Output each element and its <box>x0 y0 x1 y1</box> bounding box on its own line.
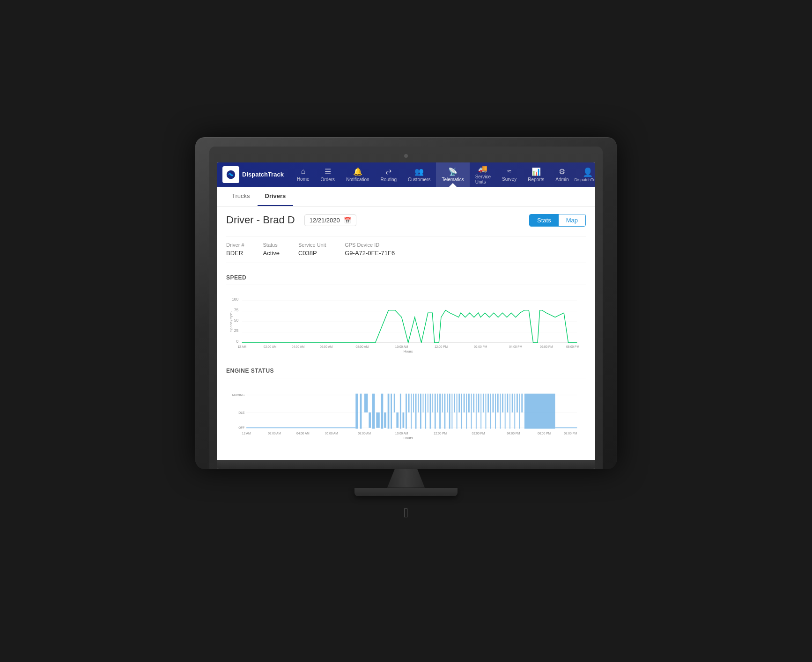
nav-telematics[interactable]: 📡 Telematics <box>436 162 469 187</box>
svg-rect-69 <box>458 393 460 412</box>
monitor-chin <box>217 460 595 469</box>
svg-rect-70 <box>461 393 462 428</box>
svg-rect-53 <box>420 393 421 428</box>
svg-rect-72 <box>466 393 467 428</box>
camera-dot <box>404 154 408 158</box>
svg-text:04:00 AM: 04:00 AM <box>296 431 310 434</box>
svg-rect-85 <box>497 393 499 412</box>
gps-device-group: GPS Device ID G9-A72-0FE-71F6 <box>345 242 395 257</box>
date-value: 12/21/2020 <box>310 217 340 224</box>
monitor-frame: DispatchTrack ⌂ Home ☰ Orders 🔔 <box>195 137 617 469</box>
nav-admin-label: Admin <box>555 177 568 182</box>
svg-rect-39 <box>381 393 384 428</box>
nav-notification[interactable]: 🔔 Notification <box>340 162 375 187</box>
gps-device-label: GPS Device ID <box>345 242 395 248</box>
svg-rect-80 <box>486 393 487 428</box>
nav-notification-label: Notification <box>346 177 369 182</box>
svg-text:Hours: Hours <box>404 349 413 353</box>
svg-text:12:00 PM: 12:00 PM <box>434 431 447 434</box>
svg-rect-94 <box>519 393 520 428</box>
nav-survey[interactable]: ≈ Survey <box>496 162 522 187</box>
svg-rect-60 <box>437 393 438 412</box>
svg-text:100: 100 <box>232 297 238 302</box>
svg-rect-76 <box>476 393 477 428</box>
service-units-icon: 🚚 <box>478 164 487 173</box>
info-row: Driver # BDER Status Active Service Unit… <box>226 236 586 263</box>
nav-customers[interactable]: 👥 Customers <box>402 162 436 187</box>
apple-logo:  <box>195 496 617 525</box>
svg-text:0: 0 <box>236 338 239 343</box>
nav-user[interactable]: 👤 DispatchTrack <box>575 167 595 182</box>
orders-icon: ☰ <box>325 167 331 176</box>
svg-text:04:00 PM: 04:00 PM <box>507 431 520 434</box>
svg-rect-57 <box>430 393 431 428</box>
stats-button[interactable]: Stats <box>530 214 559 226</box>
nav-reports[interactable]: 📊 Reports <box>522 162 550 187</box>
customers-icon: 👥 <box>414 167 424 176</box>
tab-drivers[interactable]: Drivers <box>258 187 294 206</box>
svg-text:12:00 PM: 12:00 PM <box>435 345 448 348</box>
svg-rect-58 <box>432 393 433 412</box>
brand-logo <box>222 166 239 183</box>
svg-rect-82 <box>490 393 491 428</box>
svg-text:04:00 AM: 04:00 AM <box>292 345 305 348</box>
svg-rect-43 <box>394 393 395 412</box>
nav-service-units-label: Service Units <box>475 174 491 184</box>
svg-rect-74 <box>471 393 472 428</box>
nav-orders-label: Orders <box>321 177 335 182</box>
svg-rect-77 <box>478 393 480 412</box>
svg-rect-66 <box>451 393 452 428</box>
nav-routing-label: Routing <box>381 177 397 182</box>
svg-rect-55 <box>425 393 426 428</box>
svg-rect-78 <box>480 393 481 428</box>
svg-text:Hours: Hours <box>404 436 413 440</box>
nav-admin[interactable]: ⚙ Admin <box>550 162 574 187</box>
svg-text:06:00 AM: 06:00 AM <box>325 431 338 434</box>
svg-rect-93 <box>517 393 518 412</box>
svg-rect-33 <box>355 393 358 428</box>
brand: DispatchTrack <box>222 166 284 183</box>
svg-text:08:00 AM: 08:00 AM <box>358 431 371 434</box>
svg-point-1 <box>230 174 232 176</box>
service-unit-label: Service Unit <box>298 242 326 248</box>
svg-text:25: 25 <box>234 328 239 333</box>
engine-chart-section: ENGINE STATUS MOVING IDLE OFF <box>226 364 586 443</box>
nav-customers-label: Customers <box>408 177 430 182</box>
svg-rect-49 <box>411 393 412 428</box>
svg-rect-87 <box>502 393 503 412</box>
svg-rect-89 <box>507 393 508 412</box>
svg-text:02:00 PM: 02:00 PM <box>472 431 485 434</box>
svg-text:02:00 AM: 02:00 AM <box>268 431 281 434</box>
nav-home[interactable]: ⌂ Home <box>291 162 315 187</box>
svg-rect-36 <box>369 412 371 428</box>
map-button[interactable]: Map <box>559 214 585 226</box>
nav-home-label: Home <box>297 177 310 182</box>
svg-text:10:00 AM: 10:00 AM <box>395 345 408 348</box>
svg-rect-45 <box>400 393 401 428</box>
engine-chart-title: ENGINE STATUS <box>226 364 586 378</box>
svg-rect-90 <box>509 393 510 428</box>
svg-rect-62 <box>442 393 443 412</box>
telematics-icon: 📡 <box>448 167 458 176</box>
driver-number-group: Driver # BDER <box>226 242 244 257</box>
nav-service-units[interactable]: 🚚 Service Units <box>470 162 496 187</box>
svg-rect-34 <box>360 393 362 428</box>
svg-rect-38 <box>376 412 379 428</box>
date-input[interactable]: 12/21/2020 📅 <box>304 214 356 226</box>
nav-orders[interactable]: ☰ Orders <box>315 162 341 187</box>
svg-rect-37 <box>372 393 375 428</box>
svg-rect-91 <box>512 393 513 412</box>
monitor-bezel: DispatchTrack ⌂ Home ☰ Orders 🔔 <box>209 147 603 469</box>
tab-trucks[interactable]: Trucks <box>224 187 258 206</box>
notification-icon: 🔔 <box>353 167 362 176</box>
navbar: DispatchTrack ⌂ Home ☰ Orders 🔔 <box>217 162 595 187</box>
nav-routing[interactable]: ⇄ Routing <box>375 162 402 187</box>
svg-rect-54 <box>423 393 424 412</box>
monitor-wrapper: DispatchTrack ⌂ Home ☰ Orders 🔔 <box>195 137 617 525</box>
engine-chart-container: MOVING IDLE OFF <box>226 382 586 443</box>
svg-text:08:00 AM: 08:00 AM <box>356 345 369 348</box>
sub-tabs: Trucks Drivers <box>217 187 595 206</box>
svg-text:MOVING: MOVING <box>232 393 245 397</box>
svg-rect-83 <box>493 393 494 412</box>
status-value: Active <box>263 250 280 257</box>
